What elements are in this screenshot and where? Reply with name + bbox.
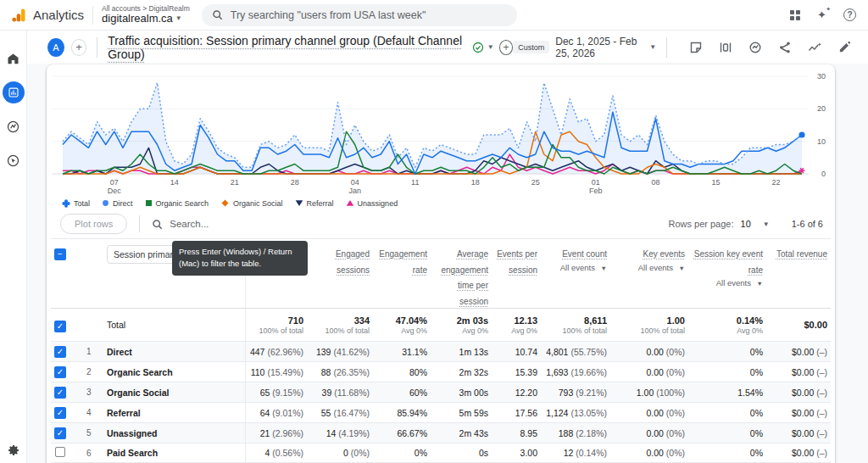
- reports-icon[interactable]: [3, 81, 25, 103]
- row-checkbox[interactable]: ✓: [54, 321, 66, 332]
- svg-text:14: 14: [170, 178, 179, 187]
- share-icon[interactable]: [778, 41, 792, 54]
- help-icon[interactable]: ?: [843, 8, 856, 21]
- metric-cell: 188 (2.18%): [541, 428, 610, 438]
- sparkline-insights-icon[interactable]: [808, 41, 822, 54]
- metric-cell: 21 (2.96%): [246, 428, 307, 438]
- row-checkbox[interactable]: ✓: [54, 366, 66, 378]
- traffic-line-chart[interactable]: 010203007Dec14212804Jan11182501Feb081522: [51, 71, 831, 195]
- home-icon[interactable]: [3, 47, 25, 70]
- account-switcher[interactable]: All accounts > DigitalRealm digitalrealm…: [102, 5, 190, 25]
- date-range-picker[interactable]: Dec 1, 2025 - Feb 25, 2026 ▼: [555, 36, 656, 59]
- metric-cell: 4,801 (55.75%): [541, 347, 610, 357]
- apps-grid-icon[interactable]: [790, 10, 800, 20]
- add-report-button[interactable]: +: [499, 40, 514, 55]
- advertising-icon[interactable]: [3, 149, 25, 171]
- svg-text:01: 01: [592, 178, 600, 187]
- add-collection-button[interactable]: +: [71, 39, 86, 56]
- divider: [666, 37, 667, 58]
- column-filter[interactable]: All events ▼: [614, 263, 685, 272]
- metric-cell: 2m 32s: [431, 367, 492, 377]
- column-filter[interactable]: All events ▼: [692, 278, 763, 287]
- legend-label: Organic Social: [233, 199, 283, 208]
- legend-label: Direct: [113, 199, 133, 208]
- table-row[interactable]: 6Paid Search4 (0.56%)0 (0%)0%0s3.0012 (0…: [51, 443, 831, 463]
- table-row[interactable]: ✓4Referral64 (9.01%)55 (16.47%)85.94%5m …: [51, 402, 831, 422]
- insights-clock-icon[interactable]: [748, 41, 762, 54]
- legend-item-referral[interactable]: Referral: [295, 199, 334, 208]
- compare-icon[interactable]: [719, 41, 732, 54]
- svg-text:15: 15: [712, 178, 721, 187]
- plot-rows-button[interactable]: Plot rows: [60, 214, 127, 234]
- column-header[interactable]: Engaged sessions: [336, 249, 370, 275]
- rows-per-page-select[interactable]: 10 ▼: [741, 219, 770, 229]
- table-row[interactable]: ✓2Organic Search110 (15.49%)88 (26.35%)8…: [51, 361, 831, 382]
- metric-cell: 80%: [373, 367, 431, 377]
- date-mode-badge: Custom: [513, 41, 549, 53]
- legend-item-unassigned[interactable]: Unassigned: [346, 199, 398, 208]
- column-header[interactable]: Total revenue: [776, 249, 827, 259]
- chevron-down-icon: ▼: [763, 220, 770, 228]
- metric-cell: 0%: [688, 367, 766, 377]
- rows-per-page-label: Rows per page:: [668, 219, 733, 229]
- row-checkbox[interactable]: ✓: [54, 387, 66, 399]
- svg-text:20: 20: [817, 104, 826, 113]
- explore-icon[interactable]: [3, 115, 25, 137]
- column-header[interactable]: Events per session: [497, 249, 537, 275]
- metric-cell: 1.54%: [688, 388, 766, 398]
- report-title[interactable]: Traffic acquisition: Session primary cha…: [108, 34, 465, 61]
- collection-avatar[interactable]: A: [47, 38, 64, 57]
- table-row[interactable]: ✓5Unassigned21 (2.96%)14 (4.19%)66.67%2m…: [51, 422, 831, 443]
- legend-item-direct[interactable]: Direct: [102, 199, 133, 208]
- svg-text:Dec: Dec: [108, 187, 122, 195]
- chevron-down-icon[interactable]: ▼: [487, 43, 494, 51]
- svg-text:Jan: Jan: [348, 187, 361, 195]
- column-header[interactable]: Session key event rate: [694, 249, 763, 275]
- analytics-logo-icon[interactable]: [10, 7, 27, 24]
- global-search-input[interactable]: Try searching "users from USA last week": [202, 4, 517, 26]
- metric-cell: 8.95: [492, 428, 541, 438]
- svg-text:18: 18: [471, 178, 480, 187]
- legend-item-organic-social[interactable]: Organic Social: [220, 198, 283, 208]
- metric-cell: 14 (4.19%): [307, 428, 373, 438]
- column-header[interactable]: Event count: [562, 249, 607, 259]
- ai-sparkle-icon[interactable]: ✦✦: [817, 8, 826, 21]
- column-header[interactable]: Average engagement time per session: [441, 249, 488, 306]
- admin-gear-icon[interactable]: [3, 439, 25, 461]
- metric-cell: 66.67%: [373, 428, 431, 438]
- svg-text:04: 04: [351, 178, 359, 187]
- metric-cell: 3m 00s: [431, 388, 492, 398]
- divider: [97, 37, 97, 58]
- metric-cell: 0.00 (0%): [610, 408, 688, 418]
- column-header[interactable]: Engagement rate: [379, 249, 427, 275]
- row-checkbox[interactable]: ✓: [54, 407, 66, 419]
- legend-label: Total: [74, 199, 90, 208]
- edit-pencil-icon[interactable]: [838, 41, 851, 53]
- notes-icon[interactable]: [689, 41, 703, 54]
- metric-cell: 139 (41.62%): [307, 347, 373, 357]
- table-row[interactable]: ✓3Organic Social65 (9.15%)39 (11.68%)60%…: [51, 382, 831, 402]
- channel-name: Unassigned: [103, 423, 246, 443]
- legend-item-organic-search[interactable]: Organic Search: [145, 199, 209, 208]
- checkmark-circle-icon[interactable]: [472, 42, 484, 53]
- legend-item-total[interactable]: Total: [62, 199, 90, 208]
- row-checkbox[interactable]: ✓: [54, 427, 66, 439]
- select-all-checkbox[interactable]: −: [54, 248, 66, 260]
- row-checkbox[interactable]: ✓: [54, 346, 66, 358]
- column-filter[interactable]: All events ▼: [544, 263, 607, 272]
- column-header[interactable]: Key events: [643, 249, 685, 259]
- metric-cell: 0%: [688, 448, 766, 458]
- row-index: 5: [83, 428, 103, 438]
- table-row[interactable]: ✓1Direct447 (62.96%)139 (41.62%)31.1%1m …: [51, 341, 831, 361]
- svg-text:07: 07: [110, 178, 119, 187]
- row-checkbox[interactable]: [55, 447, 65, 457]
- table-search-input[interactable]: Search...: [152, 219, 209, 230]
- main-content: A + Traffic acquisition: Session primary…: [27, 31, 868, 463]
- metric-cell: 55 (16.47%): [307, 408, 373, 418]
- svg-text:10: 10: [817, 137, 826, 146]
- svg-text:0: 0: [821, 170, 826, 178]
- svg-text:08: 08: [652, 178, 660, 187]
- metric-cell: 5m 59s: [431, 408, 492, 418]
- divider: [92, 6, 93, 25]
- total-label: Total: [103, 309, 246, 341]
